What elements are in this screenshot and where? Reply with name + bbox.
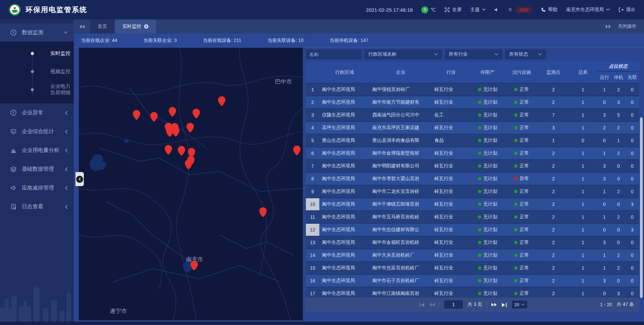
map-panel[interactable]: 巴中市南充市遂宁市 — [79, 47, 303, 320]
sidebar-item-企业电力负荷明细[interactable]: 企业电力负荷明细 — [0, 80, 74, 99]
fullscreen-button[interactable]: 全屏 — [444, 7, 462, 13]
sidebar-item-视频监控[interactable]: 视频监控 — [0, 62, 74, 80]
cell-region: 阆中生态环境局 — [319, 274, 370, 287]
table-row[interactable]: 4高坪生态环境局南充市高坪区王家店建砖瓦行业无计划正常31220 — [306, 121, 639, 134]
table-row[interactable]: 13阆中生态环境局阆中市金福旺页岩机砖砖瓦行业无计划正常21300 — [306, 236, 639, 249]
col-header-company[interactable]: 企业 — [370, 62, 432, 83]
name-search-input[interactable] — [306, 49, 362, 59]
table-row[interactable]: 2阆中生态环境局阆中市南方节能建材有砖瓦行业无计划正常21030 — [306, 96, 639, 109]
close-operations-button[interactable]: 关闭操作 — [618, 23, 637, 30]
cell-company[interactable]: 营山县润丰肉食品有限 — [370, 134, 432, 147]
tabs-scroll-right-icon[interactable] — [605, 24, 611, 29]
col-header-monitor-points[interactable]: 监测点 — [538, 62, 569, 83]
map-pin[interactable] — [178, 146, 185, 157]
table-row[interactable]: 7阆中生态环境局阆中明阳建材有限公司砖瓦行业无计划正常21300 — [306, 160, 639, 172]
cell-company[interactable]: 阆中强锐页岩砖厂 — [370, 83, 432, 96]
next-page-icon[interactable] — [491, 303, 497, 307]
table-row[interactable]: 15阆中生态环境局阆中市光富页岩机砖厂砖瓦行业无计划正常21120 — [306, 262, 639, 274]
last-page-icon[interactable] — [501, 303, 507, 307]
cell-running: 1 — [597, 211, 611, 223]
cell-company[interactable]: 阆中市忠信建材有限公 — [370, 223, 432, 236]
logout-button[interactable]: 退出 — [619, 7, 635, 13]
status-select[interactable]: 所有状态 — [505, 49, 546, 59]
col-header-region[interactable]: 行政区域 — [319, 62, 370, 83]
table-row[interactable]: 8阆中生态环境局阆中市枣碧大梁山页岩砖瓦行业无计划异常21300 — [306, 172, 639, 185]
table-row[interactable]: 12阆中生态环境局阆中市忠信建材有限公砖瓦行业无计划正常21003 — [306, 223, 639, 236]
col-header-industry[interactable]: 行业 — [432, 62, 470, 83]
speaker-icon[interactable] — [494, 8, 499, 12]
sidebar-group-2[interactable]: 企业综合统计 — [0, 122, 74, 141]
region-select[interactable]: 行政区域名称 — [364, 49, 442, 59]
map-pin[interactable] — [172, 127, 179, 138]
col-header-facility[interactable]: 治污设施 — [505, 62, 538, 83]
cell-company[interactable]: 阆中市金福旺页岩机砖 — [370, 236, 432, 249]
page-size-select[interactable]: 20 — [512, 300, 528, 309]
map-collapse-button[interactable] — [75, 172, 84, 186]
tab-realtime-monitor[interactable]: 实时监控 — [115, 19, 156, 34]
table-row[interactable]: 3仪陇生态环境局西南油气田分公司川中化工无计划正常71350 — [306, 109, 639, 121]
sidebar-group-5[interactable]: 应急减排管理 — [0, 178, 74, 197]
first-page-icon[interactable] — [419, 303, 425, 307]
sidebar-group-6[interactable]: 日志查看 — [0, 197, 74, 216]
notifications-button[interactable]: 2632 — [508, 7, 532, 13]
help-button[interactable]: 帮助 — [541, 7, 557, 13]
cell-company[interactable]: 阆中明阳建材有限公司 — [370, 160, 432, 172]
cell-company[interactable]: 阆中市五马桥页岩机砖 — [370, 211, 432, 223]
sidebar-group-0[interactable]: 数据监测 — [0, 23, 74, 42]
sidebar-group-3[interactable]: 企业用电量分析 — [0, 141, 74, 160]
table-row[interactable]: 5营山生态环境局营山县润丰肉食品有限食品无计划正常10010 — [306, 134, 639, 147]
col-header-stopped[interactable]: 停机 — [611, 71, 626, 83]
cell-company[interactable]: 阆中市石子页岩机砖厂 — [370, 274, 432, 287]
user-org-menu[interactable]: 南充市生态环境局 — [566, 7, 610, 13]
col-header-running[interactable]: 运行 — [597, 71, 611, 83]
table-row[interactable]: 10阆中生态环境局阆中千佛镇五郎垭页岩砖瓦行业无计划正常21003 — [306, 198, 639, 211]
cell-monitor-points: 2 — [538, 274, 569, 287]
cell-company[interactable]: 阆中市南方节能建材有 — [370, 96, 432, 109]
datetime: 2021-02-25 17:46:18 — [366, 7, 413, 13]
col-header-production[interactable]: 停限产 — [470, 62, 505, 83]
map-pin[interactable] — [133, 110, 140, 121]
cell-company[interactable]: 阆中大兴页岩机砖厂 — [370, 249, 432, 262]
col-header-total-meters[interactable]: 总表 — [569, 62, 597, 83]
table-row[interactable]: 9阆中生态环境局阆中市二龙长宝页岩砖砖瓦行业无计划正常21120 — [306, 185, 639, 198]
map-pin[interactable] — [185, 160, 192, 170]
sidebar: 数据监测实时监控视频监控企业电力负荷明细企业异常企业综合统计企业用电量分析基础数… — [0, 19, 74, 325]
table-row[interactable]: 16阆中生态环境局阆中市石子页岩机砖厂砖瓦行业无计划正常21300 — [306, 274, 639, 287]
stats-bar: 当前在线企业:44当前失联企业:3当前在线设备:211当前失联设备:10当前停机… — [74, 34, 644, 48]
col-header-offline[interactable]: 失联 — [626, 71, 639, 83]
map-pin[interactable] — [169, 107, 176, 118]
cell-company[interactable]: 西南油气田分公司川中 — [370, 109, 432, 121]
tabs-scroll-left-icon[interactable] — [79, 24, 85, 29]
stat-value: 10 — [298, 38, 304, 43]
stat-item: 当前失联企业:3 — [143, 38, 177, 44]
map-pin[interactable] — [293, 146, 301, 156]
map-pin[interactable] — [193, 109, 200, 119]
sidebar-item-实时监控[interactable]: 实时监控 — [0, 44, 74, 62]
table-row[interactable]: 11阆中生态环境局阆中市五马桥页岩机砖砖瓦行业无计划正常21120 — [306, 211, 639, 223]
industry-select[interactable]: 所有行业 — [445, 49, 502, 59]
sidebar-group-4[interactable]: 基础数据管理 — [0, 160, 74, 178]
vertical-scrollbar[interactable] — [640, 117, 643, 298]
cell-company[interactable]: 阆中市二龙长宝页岩砖 — [370, 185, 432, 198]
window-bottom-edge — [0, 322, 644, 325]
cell-company[interactable]: 阆中市金博瑞新型墙材 — [370, 147, 432, 160]
table-row[interactable]: 14阆中生态环境局阆中大兴页岩机砖厂砖瓦行业无计划正常21120 — [306, 249, 639, 262]
tab-close-icon[interactable] — [144, 24, 149, 29]
map-pin[interactable] — [218, 96, 225, 107]
map-pin[interactable] — [150, 112, 158, 123]
map-pin[interactable] — [165, 145, 172, 156]
cell-company[interactable]: 阆中市枣碧大梁山页岩 — [370, 172, 432, 185]
sidebar-group-label: 企业用电量分析 — [22, 147, 59, 154]
cell-total-meters: 1 — [569, 185, 597, 198]
page-number-input[interactable] — [444, 300, 463, 309]
sidebar-group-1[interactable]: 企业异常 — [0, 103, 74, 122]
prev-page-icon[interactable] — [429, 303, 435, 307]
table-row[interactable]: 6阆中生态环境局阆中市金博瑞新型墙材砖瓦行业无计划正常21120 — [306, 147, 639, 160]
theme-menu[interactable]: 主题 — [470, 7, 486, 13]
tab-home[interactable]: 首页 — [90, 19, 114, 34]
cell-company[interactable]: 南充市高坪区王家店建 — [370, 121, 432, 134]
cell-company[interactable]: 阆中市光富页岩机砖厂 — [370, 262, 432, 274]
table-row[interactable]: 1阆中生态环境局阆中强锐页岩砖厂砖瓦行业无计划正常21120 — [306, 83, 639, 96]
cell-company[interactable]: 阆中千佛镇五郎垭页岩 — [370, 198, 432, 211]
map-pin[interactable] — [186, 123, 194, 133]
